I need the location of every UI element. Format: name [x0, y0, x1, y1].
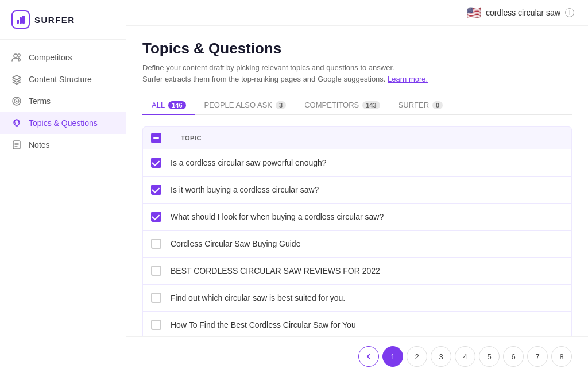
- tab-all-badge: 146: [168, 101, 185, 109]
- note-icon: [11, 140, 22, 150]
- tab-competitors-badge: 143: [362, 101, 380, 109]
- svg-point-7: [16, 101, 18, 102]
- pagination-page-8[interactable]: 8: [551, 346, 572, 367]
- sidebar-item-competitors[interactable]: Competitors: [0, 47, 126, 68]
- table-row[interactable]: How To Find the Best Cordless Circular S…: [142, 312, 572, 336]
- main-content: 🇺🇸 cordless circular saw i Topics & Ques…: [126, 0, 588, 376]
- pagination: 12345678: [126, 336, 588, 376]
- notes-label: Notes: [29, 140, 50, 149]
- svg-rect-0: [17, 20, 19, 24]
- tabs-container: ALL 146 PEOPLE ALSO ASK 3 COMPETITORS 14…: [142, 96, 572, 115]
- svg-rect-2: [22, 16, 25, 24]
- row-checkbox[interactable]: [151, 293, 161, 303]
- sidebar: SURFER Competitors Content Structure: [0, 0, 126, 376]
- sidebar-item-content-structure[interactable]: Content Structure: [0, 68, 126, 90]
- tab-surfer-badge: 0: [432, 101, 443, 109]
- lightbulb-icon: [11, 118, 22, 128]
- terms-label: Terms: [29, 97, 51, 106]
- target-icon: [11, 96, 22, 106]
- people-icon: [11, 52, 22, 63]
- keyword-label: cordless circular saw: [486, 8, 560, 17]
- pagination-page-5[interactable]: 5: [479, 346, 500, 367]
- row-checkbox[interactable]: [151, 212, 161, 222]
- tab-all[interactable]: ALL 146: [142, 96, 195, 115]
- topic-text: Find out which circular saw is best suit…: [171, 293, 345, 302]
- svg-point-3: [14, 54, 17, 57]
- learn-more-link[interactable]: Learn more.: [388, 75, 428, 83]
- logo-icon: [11, 10, 30, 29]
- competitors-label: Competitors: [29, 53, 72, 62]
- table-row[interactable]: Is it worth buying a cordless circular s…: [142, 177, 572, 204]
- pagination-page-3[interactable]: 3: [431, 346, 451, 367]
- flag-icon: 🇺🇸: [467, 6, 481, 20]
- layers-icon: [11, 74, 22, 85]
- svg-rect-1: [20, 17, 22, 24]
- info-button[interactable]: i: [565, 8, 574, 17]
- table-header: TOPIC: [142, 126, 572, 149]
- topic-text: BEST CORDLESS CIRCULAR SAW REVIEWS FOR 2…: [171, 266, 380, 275]
- tab-paa-badge: 3: [276, 101, 286, 109]
- topic-text: Is it worth buying a cordless circular s…: [171, 185, 319, 194]
- sidebar-nav: Competitors Content Structure Terms: [0, 40, 126, 376]
- logo: SURFER: [0, 0, 126, 40]
- sidebar-item-notes[interactable]: Notes: [0, 134, 126, 156]
- pagination-page-7[interactable]: 7: [527, 346, 548, 367]
- content-area: Topics & Questions Define your content d…: [126, 26, 588, 336]
- pagination-prev[interactable]: [358, 346, 379, 367]
- pagination-page-1[interactable]: 1: [382, 346, 403, 367]
- sidebar-item-topics-questions[interactable]: Topics & Questions: [0, 112, 126, 134]
- topic-text: What should I look for when buying a cor…: [171, 212, 384, 221]
- topic-text: Cordless Circular Saw Buying Guide: [171, 239, 300, 248]
- pagination-page-6[interactable]: 6: [503, 346, 524, 367]
- table-row[interactable]: BEST CORDLESS CIRCULAR SAW REVIEWS FOR 2…: [142, 258, 572, 285]
- table-row[interactable]: What should I look for when buying a cor…: [142, 204, 572, 231]
- topics-questions-label: Topics & Questions: [29, 118, 98, 128]
- tab-people-also-ask[interactable]: PEOPLE ALSO ASK 3: [195, 96, 296, 115]
- topic-text: Is a cordless circular saw powerful enou…: [171, 158, 327, 167]
- tab-competitors[interactable]: COMPETITORS 143: [295, 96, 389, 115]
- row-checkbox[interactable]: [151, 239, 161, 249]
- svg-point-4: [18, 54, 20, 56]
- page-title: Topics & Questions: [142, 40, 572, 57]
- topic-rows-container: Is a cordless circular saw powerful enou…: [142, 149, 572, 336]
- logo-text: SURFER: [34, 15, 75, 25]
- pagination-page-2[interactable]: 2: [407, 346, 427, 367]
- sidebar-item-terms[interactable]: Terms: [0, 90, 126, 112]
- table-row[interactable]: Find out which circular saw is best suit…: [142, 285, 572, 312]
- table-row[interactable]: Is a cordless circular saw powerful enou…: [142, 149, 572, 177]
- table-row[interactable]: Cordless Circular Saw Buying Guide: [142, 231, 572, 258]
- topic-column-header: TOPIC: [181, 135, 202, 141]
- page-description: Define your content draft by picking rel…: [142, 62, 572, 85]
- row-checkbox[interactable]: [151, 320, 161, 330]
- topic-text: How To Find the Best Cordless Circular S…: [171, 320, 356, 329]
- row-checkbox[interactable]: [151, 266, 161, 276]
- select-all-checkbox[interactable]: [151, 133, 161, 143]
- row-checkbox[interactable]: [151, 158, 161, 168]
- row-checkbox[interactable]: [151, 185, 161, 195]
- topbar: 🇺🇸 cordless circular saw i: [126, 0, 588, 26]
- pagination-page-4[interactable]: 4: [455, 346, 475, 367]
- content-structure-label: Content Structure: [29, 75, 92, 84]
- tab-surfer[interactable]: SURFER 0: [389, 96, 452, 115]
